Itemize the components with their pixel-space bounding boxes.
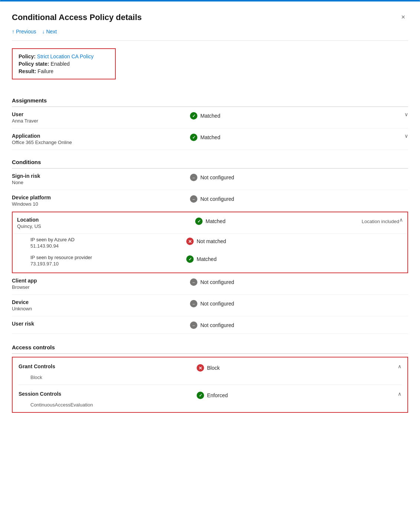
session-controls-sub-label: ContinuousAccessEvaluation [13,401,407,412]
previous-label: Previous [16,29,36,35]
conditions-section-header: Conditions [12,159,408,165]
dash-icon [193,197,195,201]
client-app-left: Client app Browser [12,278,190,290]
session-controls-expand-icon[interactable] [398,391,401,397]
top-bar [0,0,420,1]
policy-link[interactable]: Strict Location CA Policy [37,53,94,59]
session-controls-status-icon [197,392,204,399]
next-arrow-icon: ↓ [42,29,45,35]
policy-result-value: Failure [37,68,53,74]
grant-controls-status-text: Block [207,365,220,371]
dash-icon [193,280,195,284]
ip-resource-provider-status-icon [186,255,194,263]
signin-risk-right: Not configured [190,173,408,181]
grant-controls-row: Grant Controls Block [13,357,407,373]
application-value: Office 365 Exchange Online [12,140,190,145]
grant-controls-expand-icon[interactable] [398,363,401,369]
access-controls-section-header: Access controls [12,344,408,350]
user-row-left: User Anna Traver [12,111,190,124]
session-controls-row: Session Controls Enforced [13,385,407,401]
checkmark-icon [197,219,201,224]
policy-state-line: Policy state: Enabled [19,61,109,67]
device-platform-status-icon [190,195,197,203]
device-platform-label: Device platform [12,195,190,200]
policy-state-label: Policy state: [19,61,49,67]
user-risk-label: User risk [12,321,190,327]
ip-azure-ad-right: Not matched [186,237,403,245]
user-expand-icon[interactable] [404,111,408,117]
location-section: Location Quincy, US Matched Location inc… [12,212,408,273]
application-status-text: Matched [200,134,220,140]
ip-azure-ad-value: 51.143.90.94 [30,243,186,249]
device-value: Unknown [12,306,190,311]
signin-risk-status-icon [190,174,197,181]
signin-risk-left: Sign-in risk None [12,173,190,185]
ip-azure-ad-row: IP seen by Azure AD 51.143.90.94 Not mat… [13,234,407,252]
user-risk-status-text: Not configured [200,322,234,328]
panel: Conditional Access Policy details × ↑ Pr… [0,0,420,516]
cross-icon [188,239,192,244]
device-platform-right: Not configured [190,195,408,203]
application-status-icon [190,134,197,141]
client-app-right: Not configured [190,278,408,286]
location-status-text: Matched [206,218,226,224]
dash-icon [193,323,195,327]
location-expand-icon[interactable] [399,217,403,223]
user-label: User [12,111,190,117]
location-status-icon [195,218,203,225]
ip-resource-provider-left: IP seen by resource provider 73.193.97.1… [30,255,186,267]
ip-azure-ad-status-text: Not matched [197,238,226,244]
policy-info-box: Policy: Strict Location CA Policy Policy… [12,48,116,79]
checkmark-icon [188,257,192,262]
device-status-icon [190,300,197,307]
application-row-left: Application Office 365 Exchange Online [12,133,190,145]
policy-result-label: Result: [19,68,36,74]
device-row: Device Unknown Not configured [12,295,408,316]
next-button[interactable]: ↓ Next [42,29,57,35]
client-app-label: Client app [12,278,190,284]
user-risk-left: User risk [12,321,190,327]
nav-buttons: ↑ Previous ↓ Next [12,29,408,41]
location-value: Quincy, US [17,223,195,229]
location-label: Location [17,217,195,223]
checkmark-icon [192,135,196,140]
device-platform-row: Device platform Windows 10 Not configure… [12,190,408,212]
grant-controls-right: Block [197,363,398,372]
next-label: Next [46,29,57,35]
checkmark-icon [192,113,196,118]
device-status-text: Not configured [200,301,234,307]
ip-resource-provider-right: Matched [186,255,403,263]
client-app-status-text: Not configured [200,279,234,285]
ip-azure-ad-status-icon [186,238,194,245]
user-value: Anna Traver [12,118,190,124]
ip-resource-provider-status-text: Matched [197,256,217,262]
ip-resource-provider-row: IP seen by resource provider 73.193.97.1… [13,252,407,270]
application-row-right: Matched [190,133,404,141]
policy-label: Policy: [19,53,36,59]
user-risk-row: User risk Not configured [12,316,408,334]
previous-button[interactable]: ↑ Previous [12,29,36,35]
client-app-row: Client app Browser Not configured [12,273,408,295]
signin-risk-row: Sign-in risk None Not configured [12,169,408,190]
device-platform-status-text: Not configured [200,196,234,202]
header: Conditional Access Policy details × [12,9,408,23]
application-row: Application Office 365 Exchange Online M… [12,128,408,150]
user-row: User Anna Traver Matched [12,107,408,128]
client-app-value: Browser [12,284,190,290]
checkmark-icon [199,393,202,398]
signin-risk-value: None [12,180,190,185]
device-left: Device Unknown [12,299,190,311]
location-right: Matched Location included [195,217,399,225]
grant-controls-status-icon [197,364,204,372]
close-button[interactable]: × [398,12,408,23]
device-right: Not configured [190,299,408,307]
signin-risk-label: Sign-in risk [12,173,190,179]
session-controls-label: Session Controls [19,391,197,397]
cross-icon [198,365,202,371]
grant-controls-label: Grant Controls [19,363,197,369]
application-expand-icon[interactable] [404,133,408,139]
device-platform-left: Device platform Windows 10 [12,195,190,207]
user-status-icon [190,112,197,120]
ip-resource-provider-label: IP seen by resource provider [30,255,186,260]
session-controls-status-text: Enforced [207,392,228,398]
